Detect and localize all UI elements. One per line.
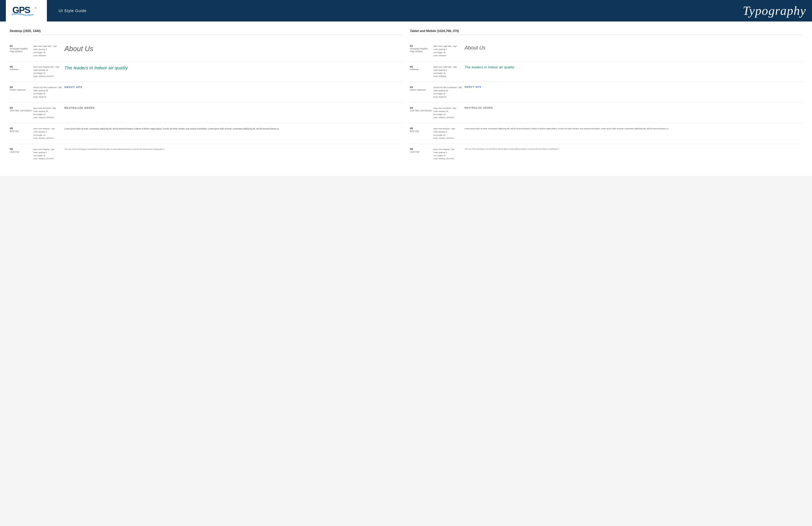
tablet-h1-preview: About Us	[465, 45, 802, 51]
svg-text:®: ®	[35, 7, 37, 9]
desktop-column: Desktop (1920, 1440) H1 Homepage Headlin…	[10, 29, 402, 164]
desktop-h2-row: H2 Subheads Open Sans Regular Italic - 3…	[10, 61, 402, 82]
desktop-h6-label: H6 Legal copy	[10, 148, 33, 153]
desktop-h5-spec: Open Sans Regular - 16pt Letter spacing:…	[33, 127, 64, 140]
tablet-h1-spec: Open Sans Light Italic - 40pt Letter spa…	[433, 45, 465, 57]
desktop-h2-label: H2 Subheads	[10, 65, 33, 71]
desktop-h2-preview: The leaders in Indoor air quality	[64, 65, 402, 71]
desktop-h3-label: H3 Section Subheads	[10, 86, 33, 91]
tablet-h5-label: H5 Body copy	[410, 127, 433, 133]
desktop-h4-row: H4 Card Titles, Sub Sections Open Sans S…	[10, 103, 402, 123]
desktop-h1-spec: Open Sans Light Italic - 70pt Letter spa…	[33, 45, 64, 57]
tablet-h6-preview: The use of this technology is not intend…	[465, 148, 802, 150]
desktop-h2-spec: Open Sans Regular Italic - 32pt Letter s…	[33, 65, 64, 78]
header: GPS ® UI Style Guide Typography	[0, 0, 812, 21]
tablet-h4-row: H4 Card Titles, Sub Sections Open Sans S…	[410, 103, 802, 123]
tablet-h6-spec: Open Sans Regular- 13pt Letter spacing: …	[433, 148, 465, 160]
desktop-h1-row: H1 Homepage Headline,Page Headers Open S…	[10, 41, 402, 61]
tablet-h2-label: H2 Subheads	[410, 65, 433, 71]
desktop-h4-label: H4 Card Titles, Sub Sections	[10, 107, 33, 112]
tablet-h2-row: H2 Subheads Open Sans Light Italic - 28p…	[410, 61, 802, 82]
tablet-h6-row: H6 Legal copy Open Sans Regular- 13pt Le…	[410, 144, 802, 164]
desktop-h5-preview: Lorem ipsum dolor sit amet, consectetur …	[64, 127, 402, 130]
tablet-h5-preview: Lorem ipsum dolor sit amet, consectetur …	[465, 127, 802, 130]
desktop-h6-preview: The use of this technology is not intend…	[64, 148, 402, 150]
tablet-section-title: Tablet and Mobile (1024,768, 375)	[410, 29, 802, 33]
tablet-h5-spec: Open Sans Regular - 16pt Letter spacing:…	[433, 127, 465, 140]
tablet-h3-label: H3 Section Subheads	[410, 86, 433, 91]
tablet-h3-preview: ABOUT GPS	[465, 86, 802, 88]
desktop-h3-row: H3 Section Subheads Univers 59 Ultra Con…	[10, 82, 402, 103]
tablet-h4-spec: Open Sans Semibold - 28pt Letter spacing…	[433, 107, 465, 119]
tablet-h6-label: H6 Legal copy	[410, 148, 433, 153]
desktop-h1-label: H1 Homepage Headline,Page Headers	[10, 45, 33, 53]
desktop-h5-label: H5 Body copy	[10, 127, 33, 133]
header-typography-label: Typography	[743, 3, 806, 18]
tablet-h1-label: H1 Homepage Headline,Page Headers	[410, 45, 433, 53]
desktop-h5-row: H5 Body copy Open Sans Regular - 16pt Le…	[10, 123, 402, 144]
desktop-h4-preview: NEUTRALIZE ODORS	[64, 107, 402, 109]
tablet-h3-spec: Univers 59 Ultra Condensed - 18pt Letter…	[433, 86, 465, 99]
desktop-h1-preview: About Us	[64, 45, 402, 53]
tablet-h2-preview: The leaders in Indoor air quality	[465, 65, 802, 69]
tablet-column: Tablet and Mobile (1024,768, 375) H1 Hom…	[410, 29, 802, 164]
desktop-h6-row: H6 Legal copy Open Sans Regular- 13pt Le…	[10, 144, 402, 164]
tablet-h1-row: H1 Homepage Headline,Page Headers Open S…	[410, 41, 802, 61]
tablet-h4-label: H4 Card Titles, Sub Sections	[410, 107, 433, 112]
gps-logo: GPS ®	[11, 5, 42, 16]
desktop-h3-spec: Univers 59 Ultra Condensed - 18pt Letter…	[33, 86, 64, 99]
main-content: Desktop (1920, 1440) H1 Homepage Headlin…	[0, 21, 812, 176]
desktop-h3-preview: ABOUT GPS	[64, 86, 402, 88]
desktop-section-title: Desktop (1920, 1440)	[10, 29, 402, 33]
tablet-h2-spec: Open Sans Light Italic - 28pt Letter spa…	[433, 65, 465, 78]
header-subtitle: UI Style Guide	[53, 9, 743, 13]
desktop-h4-spec: Open Sans Semibold - 28pt Letter spacing…	[33, 107, 64, 119]
desktop-h6-spec: Open Sans Regular- 13pt Letter spacing: …	[33, 148, 64, 160]
tablet-h5-row: H5 Body copy Open Sans Regular - 16pt Le…	[410, 123, 802, 144]
tablet-h4-preview: NEUTRALIZE ODORS	[465, 107, 802, 109]
tablet-h3-row: H3 Section Subheads Univers 59 Ultra Con…	[410, 82, 802, 103]
columns-container: Desktop (1920, 1440) H1 Homepage Headlin…	[10, 29, 802, 164]
logo-area: GPS ®	[6, 0, 47, 21]
